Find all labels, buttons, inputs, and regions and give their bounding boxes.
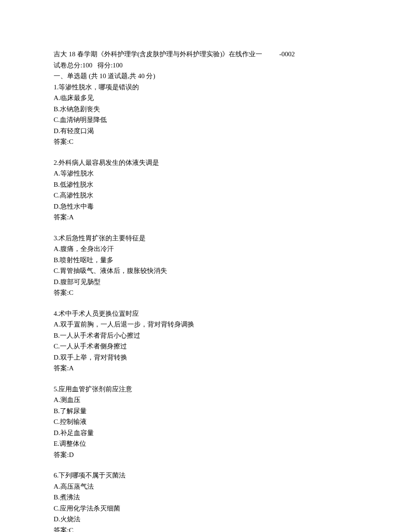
spacer (54, 148, 357, 158)
question-answer: 答案:C (54, 137, 357, 147)
question: 5.应用血管扩张剂前应注意A.测血压B.了解尿量C.控制输液D.补足血容量E.调… (54, 384, 357, 460)
question-text: 5.应用血管扩张剂前应注意 (54, 384, 357, 394)
question: 1.等渗性脱水，哪项是错误的A.临床最多见B.水钠急剧丧失C.血清钠明显降低D.… (54, 82, 357, 147)
document-title: 吉大 18 春学期《外科护理学(含皮肤护理与外科护理实验)》在线作业一 (54, 50, 263, 58)
question-text: 3.术后急性胃扩张的主要特征是 (54, 233, 357, 243)
question: 6.下列哪项不属于灭菌法A.高压蒸气法B.煮沸法C.应用化学法杀灭细菌D.火烧法… (54, 470, 357, 532)
question-option: B.水钠急剧丧失 (54, 104, 357, 114)
question-option: A.高压蒸气法 (54, 482, 357, 492)
spacer (54, 223, 357, 233)
question-option: C.血清钠明显降低 (54, 115, 357, 125)
question-option: A.测血压 (54, 395, 357, 405)
question-option: D.有轻度口渴 (54, 126, 357, 136)
question-option: B.低渗性脱水 (54, 180, 357, 190)
score-meta: 试卷总分:100 得分:100 (54, 60, 357, 71)
questions-container: 1.等渗性脱水，哪项是错误的A.临床最多见B.水钠急剧丧失C.血清钠明显降低D.… (54, 82, 357, 532)
question-answer: 答案:C (54, 288, 357, 298)
question-text: 4.术中手术人员更换位置时应 (54, 309, 357, 319)
question-option: B.喷射性呕吐，量多 (54, 255, 357, 265)
question-option: C.一人从手术者侧身擦过 (54, 341, 357, 352)
score-value: 100 (113, 62, 123, 69)
question-option: A.等渗性脱水 (54, 168, 357, 179)
question-answer: 答案:A (54, 212, 357, 222)
score-label: 得分: (97, 62, 113, 69)
question-option: D.腹部可见肠型 (54, 277, 357, 287)
question: 3.术后急性胃扩张的主要特征是A.腹痛，全身出冷汗B.喷射性呕吐，量多C.胃管抽… (54, 233, 357, 298)
question-option: C.应用化学法杀灭细菌 (54, 503, 357, 514)
spacer (54, 374, 357, 384)
section-title: 一、单选题 (共 10 道试题,共 40 分) (54, 71, 357, 81)
total-label: 试卷总分: (54, 62, 82, 69)
question-answer: 答案:C (54, 525, 357, 532)
question-answer: 答案:D (54, 450, 357, 460)
question-text: 1.等渗性脱水，哪项是错误的 (54, 82, 357, 92)
question-option: C.控制输液 (54, 417, 357, 427)
question-text: 2.外科病人最容易发生的体液失调是 (54, 158, 357, 168)
question-option: C.高渗性脱水 (54, 190, 357, 201)
question: 2.外科病人最容易发生的体液失调是A.等渗性脱水B.低渗性脱水C.高渗性脱水D.… (54, 158, 357, 222)
question-option: D.双手上举，背对背转换 (54, 352, 357, 363)
question-option: B.一人从手术者背后小心擦过 (54, 331, 357, 341)
spacer (54, 299, 357, 309)
question-option: D.火烧法 (54, 514, 357, 524)
question-option: E.调整体位 (54, 439, 357, 449)
question-option: A.双手置前胸，一人后退一步，背对背转身调换 (54, 319, 357, 330)
question-option: C.胃管抽吸气、液体后，腹胀较快消失 (54, 266, 357, 276)
document-header: 吉大 18 春学期《外科护理学(含皮肤护理与外科护理实验)》在线作业一 -000… (54, 49, 357, 59)
question-option: D.补足血容量 (54, 428, 357, 438)
total-value: 100 (82, 62, 92, 69)
question-option: A.临床最多见 (54, 93, 357, 103)
document-code: -0002 (279, 50, 295, 58)
question-answer: 答案:A (54, 363, 357, 373)
spacer (54, 461, 357, 470)
question-option: A.腹痛，全身出冷汗 (54, 244, 357, 254)
question-option: D.急性水中毒 (54, 201, 357, 212)
question-text: 6.下列哪项不属于灭菌法 (54, 470, 357, 481)
question: 4.术中手术人员更换位置时应A.双手置前胸，一人后退一步，背对背转身调换B.一人… (54, 309, 357, 373)
question-option: B.了解尿量 (54, 406, 357, 416)
question-option: B.煮沸法 (54, 492, 357, 503)
